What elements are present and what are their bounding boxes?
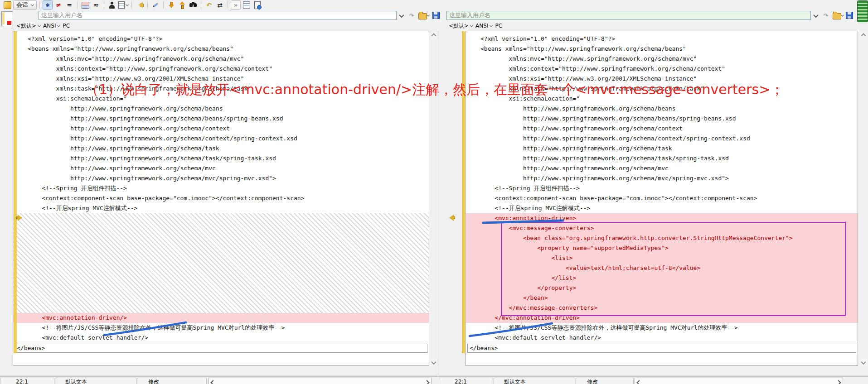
right-scroll-up-button[interactable]	[859, 32, 867, 39]
overview-thumbnail-icon[interactable]	[1, 11, 13, 26]
refresh-icon[interactable]: ⇄	[215, 0, 225, 10]
back-arrow-icon[interactable]	[135, 0, 145, 10]
format-person-icon	[109, 2, 115, 9]
session-menu-button[interactable]: 会话	[13, 0, 37, 10]
curved-arrow-icon: ↷	[824, 12, 829, 19]
left-format-bar: <默认> ANSI PC	[16, 22, 70, 29]
code-line-diff: </list>	[466, 273, 858, 283]
code-line: <?xml version="1.0" encoding="UTF-8"?>	[28, 34, 429, 44]
left-lineending-selector[interactable]: PC	[63, 23, 70, 29]
left-open-folder-icon[interactable]	[418, 11, 430, 20]
undo-icon[interactable]: ↶	[204, 0, 214, 10]
code-line: xmlns:mvc="http://www.springframework.or…	[28, 54, 429, 64]
left-syntax-label[interactable]: 默认文本	[55, 378, 136, 384]
find-binoculars-icon[interactable]	[188, 0, 198, 10]
right-scroll-down-button[interactable]	[859, 359, 867, 366]
chevron-down-icon	[31, 3, 34, 6]
format-person-icon[interactable]	[107, 0, 117, 10]
right-editor-pane[interactable]: <?xml version="1.0" encoding="UTF-8"?><b…	[466, 31, 858, 366]
right-path-combo[interactable]: 这里输入用户名	[446, 11, 811, 20]
left-horizontal-scrollbar[interactable]	[209, 378, 432, 384]
encoding-label: ANSI	[475, 23, 488, 29]
code-line: http://www.springframework.org/schema/mv…	[28, 163, 429, 173]
ignore-unimportant-icon[interactable]: ≈	[91, 0, 101, 10]
code-line-diff: <mvc:message-converters>	[466, 223, 858, 233]
left-scroll-up-button[interactable]	[430, 32, 437, 39]
code-line: xmlns:context="http://www.springframewor…	[28, 64, 429, 74]
code-line: http://www.springframework.org/schema/co…	[480, 134, 858, 144]
right-encoding-selector[interactable]: ANSI	[475, 23, 492, 29]
chevron-left-icon	[210, 380, 215, 384]
code-line-diff: </bean>	[466, 293, 858, 303]
next-difference-icon[interactable]	[166, 0, 176, 10]
right-last-line-box: </beans>	[467, 344, 856, 353]
right-save-icon[interactable]	[845, 11, 854, 20]
left-swap-icon[interactable]: ↷	[407, 11, 416, 20]
show-differences-icon[interactable]: ≠	[53, 0, 63, 10]
right-format-selector[interactable]: <默认>	[449, 22, 473, 30]
left-path-dropdown-icon[interactable]	[397, 11, 406, 21]
code-line: <!--开启spring MVC注解模式-->	[480, 203, 858, 213]
toolbar-separator	[201, 1, 201, 9]
code-line: xmlns:context="http://www.springframewor…	[480, 64, 858, 74]
right-syntax-label[interactable]: 默认文本	[494, 378, 575, 384]
show-all-icon: ∗	[45, 2, 50, 8]
next-section-icon[interactable]: »	[231, 0, 241, 10]
chevron-down-icon	[38, 24, 41, 27]
chevron-left-icon	[636, 380, 641, 384]
copy-to-right-arrow-icon[interactable]	[15, 215, 25, 221]
code-line: <!--开启spring MVC注解模式-->	[28, 203, 429, 213]
line-details-icon[interactable]	[242, 0, 252, 10]
left-editor-pane[interactable]: <?xml version="1.0" encoding="UTF-8"?><b…	[13, 31, 429, 366]
code-line: <context:component-scan base-package="co…	[480, 193, 858, 203]
code-line: http://www.springframework.org/schema/ta…	[28, 154, 429, 163]
right-swap-icon[interactable]: ↷	[821, 11, 830, 20]
arrow-head	[446, 215, 454, 221]
code-line: <!--将图片/JS/CSS等静态资源排除在外，这样做可提高Spring MVC…	[28, 323, 429, 333]
previous-difference-icon[interactable]	[177, 0, 187, 10]
code-line: http://www.springframework.org/schema/co…	[28, 134, 429, 144]
previous-difference-icon	[180, 1, 184, 9]
line-details-icon	[243, 1, 250, 9]
edit-pencil-icon[interactable]	[150, 0, 160, 10]
show-same-icon: =	[67, 2, 72, 8]
show-all-icon[interactable]: ∗	[43, 0, 53, 10]
statusbar-divider	[0, 375, 868, 375]
code-line: <!--Spring 开启组件扫描-->	[480, 183, 858, 193]
app-icon[interactable]	[2, 0, 12, 10]
code-line-diff: <list>	[466, 253, 858, 263]
rules-icon[interactable]	[118, 0, 129, 10]
right-cursor-position: 22:1	[439, 378, 493, 384]
right-path-dropdown-icon[interactable]	[811, 11, 820, 21]
chevron-up-icon	[861, 33, 866, 38]
left-path-combo[interactable]: 这里输入用户名	[39, 11, 397, 20]
format-label: <默认>	[16, 22, 36, 30]
chevron-down-icon	[431, 359, 436, 364]
find-binoculars-icon	[189, 2, 197, 8]
right-lineending-selector[interactable]: PC	[495, 23, 502, 29]
right-horizontal-scrollbar[interactable]	[635, 378, 843, 384]
right-open-folder-icon[interactable]	[832, 11, 844, 20]
right-code-area: <?xml version="1.0" encoding="UTF-8"?><b…	[466, 31, 858, 343]
chevron-down-icon	[399, 13, 404, 18]
code-line: http://www.springframework.org/schema/co…	[480, 124, 858, 134]
html-report-icon[interactable]	[252, 0, 262, 10]
arrow-head	[18, 215, 25, 221]
copy-to-left-arrow-icon[interactable]	[446, 215, 456, 221]
left-save-icon[interactable]	[432, 11, 441, 20]
diff-panes-icon[interactable]	[80, 0, 90, 10]
next-section-icon: »	[233, 2, 238, 8]
left-code-area: <?xml version="1.0" encoding="UTF-8"?><b…	[13, 31, 429, 343]
left-format-selector[interactable]: <默认>	[16, 22, 40, 30]
left-encoding-selector[interactable]: ANSI	[43, 23, 60, 29]
code-line: <mvc:default-servlet-handler/>	[480, 333, 858, 343]
toolbar-separator	[39, 1, 40, 9]
code-line: <!--将图片/JS/CSS等静态资源排除在外，这样做可提高Spring MVC…	[480, 323, 858, 333]
recorder-badge-icon	[857, 0, 868, 22]
code-line: http://www.springframework.org/schema/be…	[28, 114, 429, 124]
code-line: <?xml version="1.0" encoding="UTF-8"?>	[480, 34, 858, 44]
left-scroll-down-button[interactable]	[430, 359, 437, 366]
back-arrow-icon	[136, 2, 144, 8]
show-same-icon[interactable]: =	[64, 0, 74, 10]
code-line: <context:component-scan base-package="co…	[28, 193, 429, 203]
